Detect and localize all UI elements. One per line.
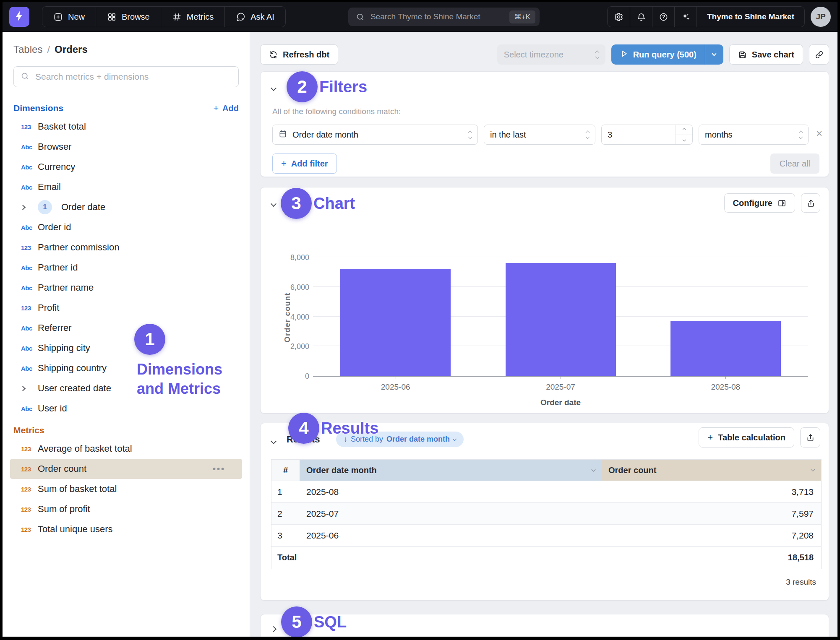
filters-condition-text: All of the following conditions match: <box>272 107 401 116</box>
filter-unit-select[interactable]: months <box>699 125 809 145</box>
chevron-down-icon <box>592 468 596 472</box>
sidebar-search[interactable] <box>13 66 239 87</box>
number-type-icon: 123 <box>21 486 38 493</box>
nav-item-browse[interactable]: Browse <box>96 7 161 27</box>
sidebar-item-total-unique-users[interactable]: 123Total unique users <box>10 519 242 539</box>
add-dimension-button[interactable]: + Add <box>213 104 239 113</box>
sparkles-icon <box>681 12 691 22</box>
gear-icon <box>614 12 623 22</box>
timezone-select[interactable]: Select timezone <box>497 44 605 65</box>
org-switcher[interactable]: Thyme to Shine Market <box>697 7 804 27</box>
column-header-[interactable]: # <box>271 460 300 481</box>
column-header-order-count[interactable]: Order count <box>602 460 821 481</box>
nav-item-ask-ai[interactable]: Ask AI <box>224 7 285 27</box>
save-chart-label: Save chart <box>752 50 794 60</box>
global-search-input[interactable] <box>370 12 504 22</box>
sidebar-item-order-id[interactable]: AbcOrder id <box>10 217 242 237</box>
collapse-chart-chevron[interactable] <box>271 200 276 208</box>
order-count-cell: 7,597 <box>602 502 821 524</box>
run-query-button[interactable]: Run query (500) <box>611 44 723 65</box>
save-chart-button[interactable]: Save chart <box>729 44 803 65</box>
order-date-month-cell: 2025-08 <box>300 481 602 502</box>
clear-all-button[interactable]: Clear all <box>770 153 819 174</box>
avatar[interactable]: JP <box>811 7 831 27</box>
refresh-dbt-label: Refresh dbt <box>283 50 329 60</box>
add-filter-button[interactable]: + Add filter <box>272 153 337 174</box>
sparkles-button[interactable] <box>674 7 697 27</box>
number-type-icon: 123 <box>21 526 38 533</box>
table-calculation-label: Table calculation <box>718 433 785 442</box>
columns-layout-icon <box>777 199 786 208</box>
export-results-button[interactable] <box>800 427 820 447</box>
expand-sql-chevron[interactable] <box>271 625 276 633</box>
arrow-down-icon: ↓ <box>344 435 347 444</box>
remove-filter-button[interactable]: × <box>816 128 822 139</box>
sidebar-item-sum-of-basket-total[interactable]: 123Sum of basket total <box>10 479 242 499</box>
sidebar-item-order-date[interactable]: 1Order date <box>10 197 242 217</box>
bell-button[interactable] <box>630 7 652 27</box>
chevron-right-icon <box>20 205 26 210</box>
sidebar-item-basket-total[interactable]: 123Basket total <box>10 117 242 137</box>
app-logo[interactable] <box>9 7 29 27</box>
sidebar-item-sum-of-profit[interactable]: 123Sum of profit <box>10 499 242 519</box>
sidebar-item-label: User id <box>38 403 67 414</box>
share-link-button[interactable] <box>809 44 829 65</box>
filter-field-value: Order date month <box>292 130 358 140</box>
sidebar-item-partner-name[interactable]: AbcPartner name <box>10 278 242 298</box>
sorted-by-chip[interactable]: ↓ Sorted by Order date month <box>336 432 464 447</box>
sidebar-item-email[interactable]: AbcEmail <box>10 177 242 197</box>
sidebar-item-shipping-country[interactable]: AbcShipping country <box>10 358 242 378</box>
sidebar-item-profit[interactable]: 123Profit <box>10 298 242 318</box>
filter-field-select[interactable]: Order date month <box>272 125 478 145</box>
stepper-down-button[interactable] <box>676 135 692 145</box>
sidebar-item-referrer[interactable]: AbcReferrer <box>10 318 242 338</box>
nav-item-metrics[interactable]: Metrics <box>161 7 224 27</box>
sidebar-item-average-of-basket-total[interactable]: 123Average of basket total <box>10 439 242 459</box>
collapse-results-chevron[interactable] <box>271 437 276 445</box>
app-window: NewBrowseMetricsAsk AI ⌘+K Thyme to Shin… <box>3 2 837 637</box>
number-stepper <box>676 125 692 144</box>
grid-icon <box>107 12 117 22</box>
sidebar-item-shipping-city[interactable]: AbcShipping city <box>10 338 242 358</box>
sidebar-item-label: Shipping country <box>38 363 107 374</box>
sidebar-item-partner-id[interactable]: AbcPartner id <box>10 258 242 278</box>
run-query-dropdown[interactable] <box>705 44 723 65</box>
nav-menu: NewBrowseMetricsAsk AI <box>42 6 286 27</box>
breadcrumb-parent[interactable]: Tables <box>13 44 42 55</box>
sidebar-item-label: Total unique users <box>38 524 113 535</box>
table-calculation-button[interactable]: + Table calculation <box>699 427 794 447</box>
filter-operator-select[interactable]: in the last <box>484 125 595 145</box>
share-icon <box>806 199 815 208</box>
sidebar-item-currency[interactable]: AbcCurrency <box>10 157 242 177</box>
nav-item-label: Ask AI <box>250 12 274 22</box>
global-search[interactable]: ⌘+K <box>348 8 540 26</box>
gear-button[interactable] <box>608 7 630 27</box>
sidebar-item-user-id[interactable]: AbcUser id <box>10 398 242 419</box>
column-header-order-date-month[interactable]: Order date month <box>300 460 602 481</box>
filter-value-input[interactable] <box>602 130 676 140</box>
search-icon <box>21 72 29 82</box>
refresh-dbt-button[interactable]: Refresh dbt <box>260 44 338 65</box>
stepper-up-button[interactable] <box>676 125 692 135</box>
help-button[interactable] <box>652 7 674 27</box>
sidebar-item-user-created-date[interactable]: User created date <box>10 378 242 398</box>
nav-item-new[interactable]: New <box>42 7 96 27</box>
filter-operator-value: in the last <box>490 130 526 140</box>
refresh-icon <box>269 50 278 59</box>
filter-unit-value: months <box>705 130 733 140</box>
y-axis-tick-label: 2,000 <box>267 342 309 351</box>
export-chart-button[interactable] <box>801 193 820 213</box>
sidebar-item-partner-commission[interactable]: 123Partner commission <box>10 237 242 258</box>
sidebar-search-input[interactable] <box>34 71 232 82</box>
breadcrumb-separator: / <box>47 44 50 55</box>
sidebar-item-label: Currency <box>38 161 75 172</box>
sidebar-item-browser[interactable]: AbcBrowser <box>10 137 242 157</box>
sidebar-item-label: Partner commission <box>38 242 119 253</box>
text-type-icon: Abc <box>21 345 38 352</box>
configure-chart-button[interactable]: Configure <box>724 193 795 213</box>
sidebar-item-order-count[interactable]: 123Order count••• <box>10 459 242 479</box>
collapse-filters-chevron[interactable] <box>271 84 276 92</box>
text-type-icon: Abc <box>21 325 38 332</box>
number-type-icon: 123 <box>21 123 38 130</box>
item-menu-dots[interactable]: ••• <box>213 464 225 474</box>
